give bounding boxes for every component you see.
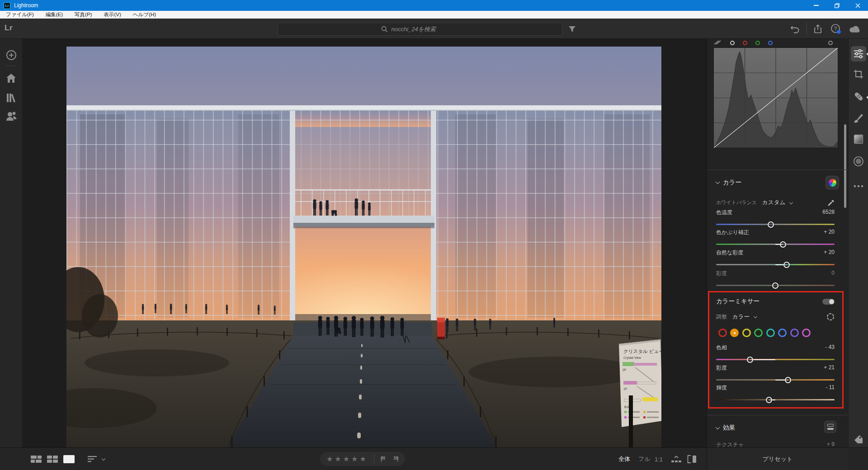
channel-red-dot[interactable]	[743, 41, 747, 45]
effects-title: 効果	[723, 424, 735, 432]
rail-divider	[5, 66, 17, 66]
chevron-down-icon[interactable]	[754, 315, 757, 318]
cloud-icon[interactable]	[849, 23, 861, 35]
help-icon[interactable]: ?	[830, 23, 842, 35]
search-input[interactable]	[392, 26, 459, 33]
panel-scrollbar[interactable]	[844, 124, 846, 208]
color-mixer-toggle[interactable]	[822, 299, 835, 305]
svg-text:?: ?	[834, 26, 837, 32]
photo-image: クリスタル ビュー Crystal View 2F 1F B1F	[66, 47, 661, 449]
luminance-row: 輝度- 11	[716, 384, 835, 402]
channel-green-dot[interactable]	[755, 41, 760, 45]
sort-icon[interactable]	[88, 448, 98, 470]
effects-section-header[interactable]: 効果	[716, 424, 735, 432]
mixer-swatch-orange[interactable]	[730, 329, 739, 337]
undo-icon[interactable]	[789, 23, 801, 35]
minimize-button[interactable]	[806, 0, 826, 11]
saturation-label: 彩度	[716, 270, 727, 277]
mixer-swatch-purple[interactable]	[790, 329, 799, 337]
menu-help[interactable]: ヘルプ(H)	[127, 11, 162, 19]
mixer-saturation-label: 彩度	[716, 364, 727, 371]
top-toolbar: Lr ?	[0, 19, 868, 39]
photo-grid-view-icon[interactable]	[31, 448, 42, 470]
mixer-swatch-teal[interactable]	[766, 329, 775, 337]
saturation-slider[interactable]	[716, 282, 835, 288]
library-icon[interactable]	[0, 93, 22, 103]
saturation-value: 0	[831, 270, 835, 277]
radial-gradient-icon[interactable]	[849, 156, 868, 167]
tint-value: + 20	[824, 229, 835, 236]
menu-edit[interactable]: 編集(E)	[40, 11, 69, 19]
mixer-swatch-red[interactable]	[718, 329, 727, 337]
linear-gradient-icon[interactable]	[849, 134, 868, 144]
pill-divider	[374, 454, 374, 464]
mixer-swatch-magenta[interactable]	[802, 329, 811, 337]
vibrance-slider[interactable]	[716, 261, 835, 268]
luminance-label: 輝度	[716, 384, 727, 391]
chevron-down-icon	[716, 425, 720, 430]
sort-chevron-icon[interactable]	[102, 448, 105, 470]
menu-view[interactable]: 表示(V)	[98, 11, 127, 19]
filter-icon[interactable]	[566, 23, 578, 35]
zoom-1-1[interactable]: 1:1	[655, 448, 663, 470]
mixer-swatch-green[interactable]	[754, 329, 763, 337]
rating-pill: ★★★★★	[320, 452, 405, 466]
mixer-saturation-row: 彩度+ 21	[716, 364, 835, 382]
zoom-fill[interactable]: フル	[638, 448, 651, 470]
mixer-saturation-slider[interactable]	[716, 376, 835, 383]
channel-luma-dot[interactable]	[730, 41, 735, 45]
people-icon[interactable]	[0, 111, 22, 122]
color-grading-icon[interactable]	[826, 176, 839, 189]
eyedropper-icon[interactable]	[827, 199, 835, 207]
filmstrip-toggle-icon[interactable]	[671, 448, 682, 470]
add-photos-icon[interactable]	[0, 50, 22, 61]
menu-photo[interactable]: 写真(P)	[69, 11, 98, 19]
wb-dropdown[interactable]: カスタム	[762, 199, 785, 207]
edit-sliders-icon[interactable]	[849, 49, 868, 59]
title-bar: Lr Lightroom	[0, 0, 868, 11]
search-box[interactable]	[278, 23, 562, 36]
before-after-icon[interactable]	[687, 448, 697, 470]
healing-icon[interactable]	[849, 91, 868, 102]
tint-slider[interactable]	[716, 241, 835, 247]
color-mixer-header[interactable]: カラーミキサー	[716, 297, 760, 306]
mixer-swatch-yellow[interactable]	[742, 329, 751, 337]
star-rating[interactable]: ★★★★★	[326, 455, 368, 463]
mixer-swatch-blue[interactable]	[778, 329, 787, 337]
adjust-dropdown[interactable]: カラー	[732, 313, 750, 321]
tone-curve-histogram[interactable]	[713, 47, 838, 148]
more-tools-icon[interactable]	[849, 185, 868, 188]
lightroom-app-icon: Lr	[4, 2, 10, 9]
close-button[interactable]	[847, 0, 868, 11]
targeted-adjustment-icon[interactable]	[826, 313, 835, 321]
edit-panel: カラー ホワイトバランス カスタム 色温度6528 色かぶり補正+ 20 自然な…	[707, 39, 848, 447]
effects-presets-icon[interactable]	[824, 421, 836, 433]
keywords-tag-icon[interactable]	[849, 434, 868, 445]
zoom-fit[interactable]: 全体	[618, 448, 630, 470]
color-section-title: カラー	[723, 179, 741, 187]
channel-blue-dot[interactable]	[768, 41, 773, 45]
color-section-header[interactable]: カラー	[716, 179, 741, 187]
pick-flag-icon[interactable]	[380, 456, 387, 463]
hue-slider[interactable]	[716, 356, 835, 362]
tint-label: 色かぶり補正	[716, 229, 749, 236]
home-icon[interactable]	[0, 73, 22, 83]
square-grid-view-icon[interactable]	[47, 448, 58, 470]
left-rail	[0, 39, 22, 447]
crop-icon[interactable]	[849, 69, 868, 80]
channel-glyph-icon[interactable]	[713, 40, 727, 45]
luminance-slider[interactable]	[716, 396, 835, 403]
reject-flag-icon[interactable]	[392, 456, 399, 463]
bottom-bar: ★★★★★ 全体 フル 1:1 プリセット	[0, 447, 868, 470]
chevron-down-icon[interactable]	[789, 200, 793, 204]
mixer-saturation-value: + 21	[824, 364, 835, 371]
detail-view-icon[interactable]	[63, 448, 75, 470]
hue-row: 色相- 43	[716, 344, 835, 362]
presets-button[interactable]: プリセット	[707, 448, 848, 470]
restore-button[interactable]	[826, 0, 847, 11]
menu-file[interactable]: ファイル(F)	[0, 11, 40, 19]
channel-extra-dot[interactable]	[828, 41, 833, 45]
share-icon[interactable]	[812, 23, 824, 35]
masking-brush-icon[interactable]	[849, 113, 868, 123]
temperature-slider[interactable]	[716, 221, 835, 227]
